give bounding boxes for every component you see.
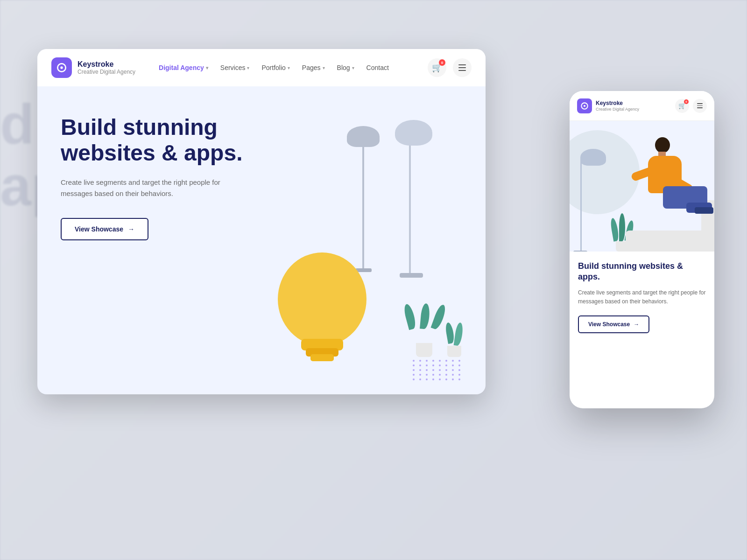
svg-rect-5	[310, 354, 334, 361]
svg-point-2	[278, 252, 366, 346]
svg-point-7	[584, 105, 585, 106]
menu-line	[458, 70, 466, 71]
dot	[419, 364, 421, 366]
phone-brand-logo	[577, 98, 592, 113]
nav-link-services[interactable]: Services ▾	[216, 61, 254, 74]
phone-navbar: Keystroke Creative Digital Agency 🛒 0	[570, 91, 714, 121]
phone-hero-image	[570, 121, 714, 252]
dot	[413, 364, 415, 366]
hero-subtitle: Create live segments and target the righ…	[61, 177, 238, 199]
lightbulb-illustration	[271, 238, 374, 366]
dot	[432, 374, 434, 376]
dot	[458, 378, 460, 380]
dot	[419, 374, 421, 376]
phone-cart-badge: 0	[684, 99, 689, 104]
phone-brand-name: Keystroke	[596, 100, 675, 106]
nav-link-contact[interactable]: Contact	[362, 61, 394, 74]
dot	[432, 364, 434, 366]
cart-button[interactable]: 🛒 0	[428, 58, 446, 77]
dot	[426, 378, 428, 380]
dot	[452, 378, 454, 380]
hero-content: Build stunning websites & apps. Create l…	[61, 114, 285, 376]
phone-hero-subtitle: Create live segments and target the righ…	[578, 288, 706, 306]
dot	[426, 364, 428, 366]
chevron-icon: ▾	[247, 65, 249, 70]
dot	[439, 374, 441, 376]
dot	[445, 369, 447, 371]
nav-link-pages[interactable]: Pages ▾	[297, 61, 330, 74]
plant-decoration-2	[446, 322, 462, 357]
dot	[432, 360, 434, 362]
nav-links: Digital Agency ▾ Services ▾ Portfolio ▾ …	[154, 61, 428, 74]
desktop-navbar: Keystroke Creative Digital Agency Digita…	[37, 49, 486, 86]
nav-actions: 🛒 0	[428, 58, 472, 77]
dot	[458, 360, 460, 362]
chevron-icon: ▾	[352, 65, 354, 70]
dot	[439, 378, 441, 380]
chevron-icon: ▾	[288, 65, 290, 70]
phone-menu-line	[697, 105, 703, 106]
phone-menu-button[interactable]	[693, 99, 707, 113]
dot	[419, 360, 421, 362]
dot	[458, 374, 460, 376]
phone-mockup: Keystroke Creative Digital Agency 🛒 0	[570, 91, 714, 408]
dot	[458, 364, 460, 366]
dot	[413, 369, 415, 371]
brand-text-group: Keystroke Creative Digital Agency	[78, 60, 135, 76]
dot	[432, 369, 434, 371]
dot	[432, 378, 434, 380]
phone-logo-icon	[580, 101, 589, 111]
dot	[439, 364, 441, 366]
phone-menu-line	[697, 103, 703, 104]
dot	[413, 378, 415, 380]
dot	[445, 364, 447, 366]
brand-logo	[51, 57, 72, 78]
dot	[426, 360, 428, 362]
desktop-mockup: Keystroke Creative Digital Agency Digita…	[37, 49, 486, 394]
dot	[426, 374, 428, 376]
arrow-icon: →	[128, 225, 134, 233]
dot	[445, 360, 447, 362]
phone-floor-lamp	[579, 158, 582, 252]
menu-button[interactable]	[453, 58, 472, 77]
phone-cart-button[interactable]: 🛒 0	[675, 99, 689, 113]
dot	[452, 374, 454, 376]
nav-link-portfolio[interactable]: Portfolio ▾	[257, 61, 294, 74]
phone-hero-content: Build stunning websites & apps. Create l…	[570, 252, 714, 343]
nav-link-digital-agency[interactable]: Digital Agency ▾	[154, 61, 213, 74]
svg-point-1	[60, 66, 63, 69]
plant-decoration	[409, 303, 439, 357]
sitting-person-illustration	[616, 130, 714, 252]
floor-lamp-1	[395, 133, 411, 273]
phone-view-showcase-button[interactable]: View Showcase →	[578, 315, 649, 333]
chevron-icon: ▾	[206, 65, 208, 70]
phone-arrow-icon: →	[634, 321, 639, 328]
dot	[445, 378, 447, 380]
dot	[413, 374, 415, 376]
dot	[439, 369, 441, 371]
phone-brand-tagline: Creative Digital Agency	[596, 107, 675, 112]
dot	[452, 364, 454, 366]
desktop-hero-illustration: // dots will be added via JS below	[289, 124, 486, 394]
dot	[452, 360, 454, 362]
nav-link-blog[interactable]: Blog ▾	[332, 61, 359, 74]
dot	[445, 374, 447, 376]
cart-badge: 0	[439, 59, 445, 66]
dot	[426, 369, 428, 371]
dot	[452, 369, 454, 371]
brand-tagline: Creative Digital Agency	[78, 69, 135, 75]
dot	[413, 360, 415, 362]
phone-brand-text: Keystroke Creative Digital Agency	[596, 100, 675, 111]
chevron-icon: ▾	[323, 65, 325, 70]
brand-name: Keystroke	[78, 60, 135, 69]
menu-line	[458, 64, 466, 65]
dots-pattern: // dots will be added via JS below	[413, 360, 462, 380]
menu-line	[458, 67, 466, 68]
view-showcase-button[interactable]: View Showcase →	[61, 218, 148, 240]
phone-menu-line	[697, 107, 703, 108]
dot	[419, 369, 421, 371]
dot	[419, 378, 421, 380]
hero-title: Build stunning websites & apps.	[61, 114, 285, 166]
desktop-hero: Build stunning websites & apps. Create l…	[37, 86, 486, 394]
phone-hero-title: Build stunning websites & apps.	[578, 261, 706, 283]
